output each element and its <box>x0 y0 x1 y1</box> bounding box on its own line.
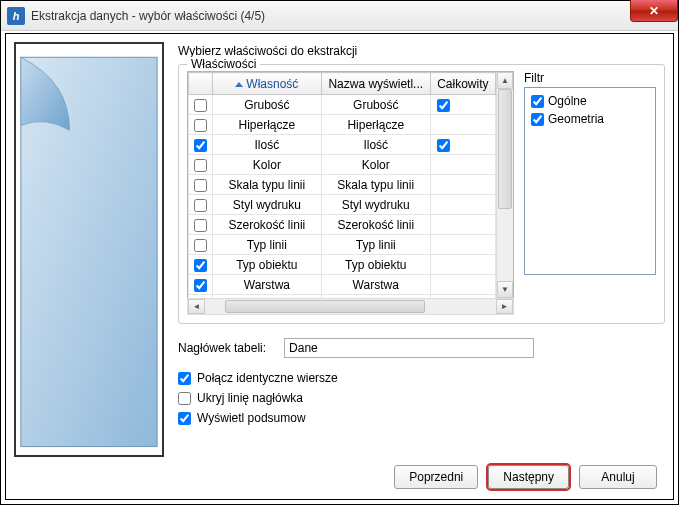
column-display-name[interactable]: Nazwa wyświetl... <box>321 73 430 95</box>
total-cell <box>430 195 495 215</box>
column-total[interactable]: Całkowity <box>430 73 495 95</box>
table-row[interactable]: Szerokość liniiSzerokość linii <box>189 215 496 235</box>
table-row[interactable]: IlośćIlość <box>189 135 496 155</box>
app-icon: h <box>7 7 25 25</box>
previous-button[interactable]: Poprzedni <box>394 465 478 489</box>
instruction-text: Wybierz właściwości do ekstrakcji <box>178 44 665 58</box>
table-row[interactable]: Skala typu liniiSkala typu linii <box>189 175 496 195</box>
scroll-track[interactable] <box>497 89 513 281</box>
display-name-cell[interactable]: Typ obiektu <box>321 255 430 275</box>
column-checkbox[interactable] <box>189 73 213 95</box>
property-cell: Hiperłącze <box>212 115 321 135</box>
properties-table: Własność Nazwa wyświetl... Całkowity Gru… <box>188 72 496 298</box>
titlebar: h Ekstrakcja danych - wybór właściwości … <box>1 1 678 31</box>
cancel-button[interactable]: Anuluj <box>579 465 657 489</box>
filter-legend: Filtr <box>524 71 656 85</box>
table-row[interactable]: WarstwaWarstwa <box>189 275 496 295</box>
scroll-down-button[interactable]: ▼ <box>497 281 513 298</box>
row-include-checkbox[interactable] <box>194 219 207 232</box>
table-row[interactable]: Centrum XCentrum X <box>189 295 496 299</box>
filter-item-label: Ogólne <box>548 94 587 108</box>
table-row[interactable]: Styl wydrukuStyl wydruku <box>189 195 496 215</box>
horizontal-scrollbar[interactable]: ◄ ► <box>187 298 514 315</box>
row-include-checkbox[interactable] <box>194 259 207 272</box>
row-include-checkbox[interactable] <box>194 239 207 252</box>
property-cell: Typ obiektu <box>212 255 321 275</box>
row-include-checkbox[interactable] <box>194 159 207 172</box>
total-cell <box>430 275 495 295</box>
filter-item[interactable]: Ogólne <box>531 92 649 110</box>
row-include-checkbox[interactable] <box>194 279 207 292</box>
property-cell: Ilość <box>212 135 321 155</box>
table-header-label: Nagłówek tabeli: <box>178 341 266 355</box>
property-cell: Styl wydruku <box>212 195 321 215</box>
hscroll-thumb[interactable] <box>225 300 425 313</box>
total-cell <box>430 235 495 255</box>
total-cell <box>430 135 495 155</box>
right-panel: Wybierz właściwości do ekstrakcji Właści… <box>178 42 665 491</box>
table-row[interactable]: Typ obiektuTyp obiektu <box>189 255 496 275</box>
hide-header-label: Ukryj linię nagłówka <box>197 391 303 405</box>
total-cell <box>430 175 495 195</box>
property-cell: Szerokość linii <box>212 215 321 235</box>
display-name-cell[interactable]: Grubość <box>321 95 430 115</box>
filter-item[interactable]: Geometria <box>531 110 649 128</box>
total-checkbox[interactable] <box>437 139 450 152</box>
preview-pane <box>14 42 164 457</box>
filter-checkbox[interactable] <box>531 113 544 126</box>
wizard-buttons: Poprzedni Następny Anuluj <box>394 465 657 489</box>
display-name-cell[interactable]: Warstwa <box>321 275 430 295</box>
display-name-cell[interactable]: Typ linii <box>321 235 430 255</box>
vertical-scrollbar[interactable]: ▲ ▼ <box>496 72 513 298</box>
content-area: Wybierz właściwości do ekstrakcji Właści… <box>5 33 674 500</box>
property-cell: Warstwa <box>212 275 321 295</box>
display-name-cell[interactable]: Centrum X <box>321 295 430 299</box>
filter-checkbox[interactable] <box>531 95 544 108</box>
table-row[interactable]: HiperłączeHiperłącze <box>189 115 496 135</box>
table-row[interactable]: KolorKolor <box>189 155 496 175</box>
column-property[interactable]: Własność <box>212 73 321 95</box>
property-cell: Kolor <box>212 155 321 175</box>
table-row[interactable]: GrubośćGrubość <box>189 95 496 115</box>
scroll-left-button[interactable]: ◄ <box>188 299 205 314</box>
row-include-checkbox[interactable] <box>194 199 207 212</box>
preview-illustration <box>16 44 162 455</box>
hscroll-track[interactable] <box>205 299 496 314</box>
hide-header-checkbox[interactable] <box>178 392 191 405</box>
total-cell <box>430 215 495 235</box>
merge-rows-label: Połącz identyczne wiersze <box>197 371 338 385</box>
property-cell: Grubość <box>212 95 321 115</box>
total-cell <box>430 295 495 299</box>
scroll-thumb[interactable] <box>498 89 512 209</box>
sort-asc-icon <box>235 82 243 87</box>
total-checkbox[interactable] <box>437 99 450 112</box>
total-cell <box>430 155 495 175</box>
table-header-input[interactable] <box>284 338 534 358</box>
display-name-cell[interactable]: Styl wydruku <box>321 195 430 215</box>
table-row[interactable]: Typ liniiTyp linii <box>189 235 496 255</box>
row-include-checkbox[interactable] <box>194 139 207 152</box>
row-include-checkbox[interactable] <box>194 119 207 132</box>
table-header-row: Nagłówek tabeli: <box>178 338 665 358</box>
display-name-cell[interactable]: Hiperłącze <box>321 115 430 135</box>
filter-item-label: Geometria <box>548 112 604 126</box>
show-summary-checkbox[interactable] <box>178 412 191 425</box>
display-name-cell[interactable]: Skala typu linii <box>321 175 430 195</box>
display-name-cell[interactable]: Szerokość linii <box>321 215 430 235</box>
scroll-right-button[interactable]: ► <box>496 299 513 314</box>
scroll-up-button[interactable]: ▲ <box>497 72 513 89</box>
merge-rows-checkbox[interactable] <box>178 372 191 385</box>
next-button[interactable]: Następny <box>488 465 569 489</box>
property-cell: Skala typu linii <box>212 175 321 195</box>
total-cell <box>430 95 495 115</box>
property-cell: Typ linii <box>212 235 321 255</box>
wizard-window: h Ekstrakcja danych - wybór właściwości … <box>0 0 679 505</box>
properties-fieldset: Właściwości Własność Nazwa <box>178 64 665 324</box>
close-button[interactable]: ✕ <box>630 0 678 22</box>
row-include-checkbox[interactable] <box>194 179 207 192</box>
show-summary-label: Wyświetl podsumow <box>197 411 306 425</box>
row-include-checkbox[interactable] <box>194 99 207 112</box>
options-group: Połącz identyczne wiersze Ukryj linię na… <box>178 368 665 428</box>
display-name-cell[interactable]: Ilość <box>321 135 430 155</box>
display-name-cell[interactable]: Kolor <box>321 155 430 175</box>
